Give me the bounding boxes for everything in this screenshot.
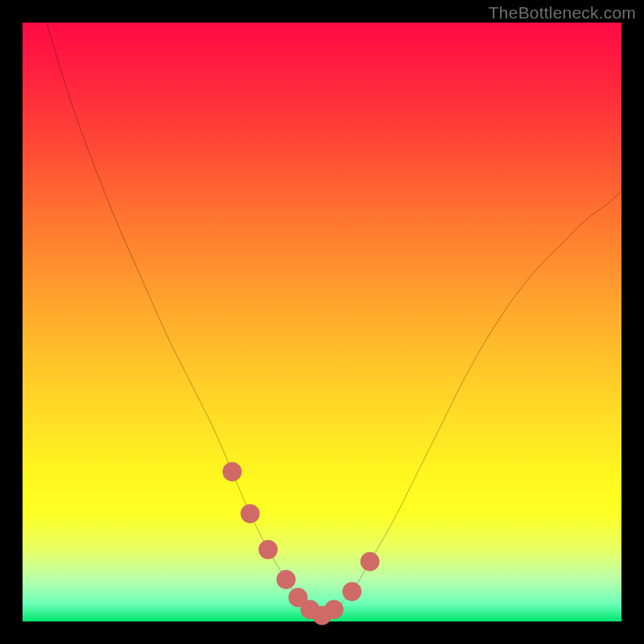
marker-dot xyxy=(222,462,242,481)
marker-dot xyxy=(241,504,260,523)
marker-dot xyxy=(361,552,380,572)
marker-layer xyxy=(222,462,379,625)
marker-dot xyxy=(276,570,295,589)
marker-dot xyxy=(342,582,361,601)
chart-frame: TheBottleneck.com xyxy=(0,0,644,644)
marker-dot xyxy=(258,540,278,559)
watermark-text: TheBottleneck.com xyxy=(489,3,636,23)
chart-svg xyxy=(23,23,621,621)
curve-layer xyxy=(47,23,621,616)
marker-dot xyxy=(324,600,344,619)
plot-area xyxy=(23,23,621,621)
bottleneck-curve xyxy=(47,23,621,616)
